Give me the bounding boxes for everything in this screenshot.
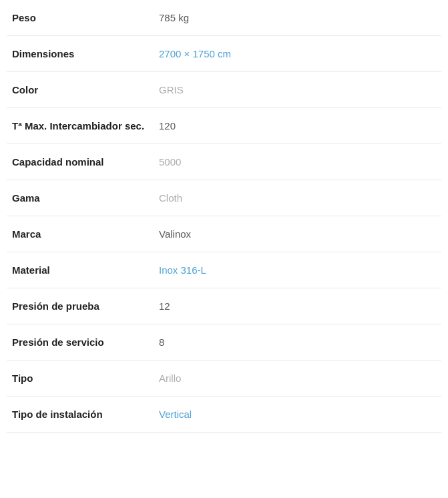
spec-row-marca: MarcaValinox: [7, 216, 441, 252]
spec-label-presion-servicio: Presión de servicio: [12, 336, 159, 348]
spec-value-presion-prueba: 12: [159, 300, 170, 312]
spec-label-gama: Gama: [12, 192, 159, 204]
spec-row-peso: Peso785 kg: [7, 0, 441, 36]
spec-label-color: Color: [12, 84, 159, 95]
spec-row-tipo: TipoArillo: [7, 360, 441, 397]
spec-label-peso: Peso: [12, 12, 159, 23]
spec-value-marca: Valinox: [159, 228, 191, 240]
spec-value-capacidad: 5000: [159, 156, 181, 168]
spec-value-tipo-instalacion: Vertical: [159, 409, 192, 420]
spec-label-material: Material: [12, 264, 159, 276]
spec-label-marca: Marca: [12, 228, 159, 240]
spec-row-tipo-instalacion: Tipo de instalaciónVertical: [7, 397, 441, 433]
spec-value-material: Inox 316-L: [159, 264, 206, 276]
spec-row-material: MaterialInox 316-L: [7, 252, 441, 288]
spec-label-tipo-instalacion: Tipo de instalación: [12, 409, 159, 420]
spec-value-gama: Cloth: [159, 192, 182, 204]
spec-value-dimensiones: 2700 × 1750 cm: [159, 48, 231, 59]
spec-row-capacidad: Capacidad nominal5000: [7, 144, 441, 180]
spec-row-presion-prueba: Presión de prueba12: [7, 288, 441, 324]
spec-value-presion-servicio: 8: [159, 336, 164, 348]
spec-row-color: ColorGRIS: [7, 72, 441, 108]
spec-row-presion-servicio: Presión de servicio8: [7, 324, 441, 360]
spec-value-temp-max: 120: [159, 120, 176, 132]
spec-row-gama: GamaCloth: [7, 180, 441, 216]
spec-label-tipo: Tipo: [12, 372, 159, 384]
spec-label-temp-max: Tª Max. Intercambiador sec.: [12, 120, 159, 132]
spec-label-presion-prueba: Presión de prueba: [12, 300, 159, 312]
spec-row-dimensiones: Dimensiones2700 × 1750 cm: [7, 36, 441, 72]
spec-value-tipo: Arillo: [159, 372, 181, 384]
spec-label-dimensiones: Dimensiones: [12, 48, 159, 59]
spec-value-peso: 785 kg: [159, 12, 189, 23]
specs-table: Peso785 kgDimensiones2700 × 1750 cmColor…: [0, 0, 448, 433]
spec-row-temp-max: Tª Max. Intercambiador sec.120: [7, 108, 441, 144]
spec-value-color: GRIS: [159, 84, 184, 95]
spec-label-capacidad: Capacidad nominal: [12, 156, 159, 168]
